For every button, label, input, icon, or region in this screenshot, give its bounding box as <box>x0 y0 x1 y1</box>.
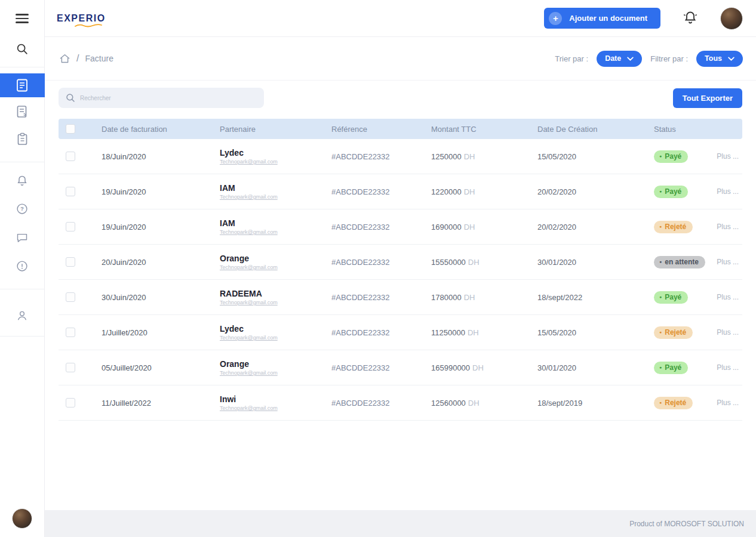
page-footer: Product of MOROSOFT SOLUTION <box>45 510 756 537</box>
partner-name: IAM <box>220 183 331 193</box>
amount-currency: DH <box>468 399 480 408</box>
invoice-reference: #ABCDDE22332 <box>331 293 431 302</box>
sidebar-item-clipboard[interactable] <box>0 127 45 151</box>
column-header-status[interactable]: Status <box>654 125 717 134</box>
row-more-button[interactable]: Plus ... <box>717 187 742 196</box>
amount-value: 1250000 <box>431 152 462 161</box>
partner-email[interactable]: Technopark@gmail.com <box>220 229 331 235</box>
partner-email[interactable]: Technopark@gmail.com <box>220 335 331 341</box>
column-header-partner[interactable]: Partenaire <box>220 125 331 134</box>
sidebar-divider <box>0 289 44 289</box>
table-toolbar: Tout Exporter <box>59 88 742 108</box>
hamburger-menu-icon[interactable] <box>16 8 29 29</box>
invoice-reference: #ABCDDE22332 <box>331 363 431 372</box>
invoice-reference: #ABCDDE22332 <box>331 223 431 232</box>
add-document-button[interactable]: + Ajouter un document <box>544 8 660 29</box>
invoice-date: 05/Juillet/2020 <box>102 363 220 372</box>
partner-email[interactable]: Technopark@gmail.com <box>220 370 331 376</box>
creation-date: 30/01/2020 <box>537 363 654 372</box>
export-all-button[interactable]: Tout Exporter <box>673 88 742 108</box>
row-checkbox[interactable] <box>66 187 75 196</box>
partner-email[interactable]: Technopark@gmail.com <box>220 264 331 270</box>
partner-name: Lydec <box>220 148 331 158</box>
user-icon <box>16 310 28 322</box>
sidebar-divider <box>0 336 44 337</box>
filter-dropdown[interactable]: Tous <box>696 51 743 67</box>
partner-email[interactable]: Technopark@gmail.com <box>220 300 331 305</box>
column-header-created[interactable]: Date De Création <box>537 125 654 134</box>
sidebar-item-help[interactable]: ? <box>0 197 45 221</box>
amount-value: 11250000 <box>431 328 465 337</box>
status-badge: Rejeté <box>654 397 693 409</box>
column-header-amount[interactable]: Montant TTC <box>431 125 537 134</box>
column-header-reference[interactable]: Référence <box>331 125 431 134</box>
creation-date: 20/02/2020 <box>537 223 654 232</box>
row-checkbox[interactable] <box>66 328 75 337</box>
sidebar-item-invoices-active[interactable] <box>0 73 45 97</box>
select-all-checkbox[interactable] <box>66 124 75 134</box>
sidebar-divider <box>0 162 44 162</box>
status-badge: Rejeté <box>654 221 693 233</box>
creation-date: 18/sept/2019 <box>537 399 654 408</box>
status-badge: Payé <box>654 186 688 198</box>
invoice-date: 18/Juin/2020 <box>102 152 220 161</box>
sidebar-item-profile[interactable] <box>0 304 45 328</box>
notifications-button[interactable] <box>683 10 697 26</box>
amount-value: 12560000 <box>431 399 466 408</box>
sidebar-item-documents[interactable] <box>0 100 45 124</box>
breadcrumb-page[interactable]: Facture <box>85 54 113 63</box>
amount-value: 1220000 <box>431 187 462 196</box>
invoice-date: 30/Juin/2020 <box>102 293 220 302</box>
search-input[interactable] <box>59 88 264 108</box>
user-avatar[interactable] <box>720 7 743 30</box>
partner-name: Lydec <box>220 324 331 334</box>
partner-name: IAM <box>220 218 331 228</box>
row-more-button[interactable]: Plus ... <box>717 223 742 231</box>
table-row: 18/Juin/2020 LydecTechnopark@gmail.com #… <box>59 139 742 174</box>
row-more-button[interactable]: Plus ... <box>717 328 742 337</box>
home-icon[interactable] <box>59 53 70 64</box>
row-checkbox[interactable] <box>66 398 75 408</box>
invoice-reference: #ABCDDE22332 <box>331 187 431 196</box>
search-icon <box>65 92 76 103</box>
sidebar-item-messages[interactable] <box>0 226 45 249</box>
sidebar-search-icon[interactable] <box>0 37 45 61</box>
plus-icon: + <box>549 12 562 25</box>
row-more-button[interactable]: Plus ... <box>717 293 742 301</box>
status-badge: Payé <box>654 362 688 374</box>
amount-value: 15550000 <box>431 258 466 267</box>
partner-email[interactable]: Technopark@gmail.com <box>220 159 331 165</box>
row-checkbox[interactable] <box>66 152 75 161</box>
sort-dropdown[interactable]: Date <box>597 51 642 67</box>
creation-date: 20/02/2020 <box>537 187 654 196</box>
row-checkbox[interactable] <box>66 257 75 267</box>
row-more-button[interactable]: Plus ... <box>717 399 742 407</box>
topbar: EXPERIO + Ajouter un document <box>45 0 756 37</box>
breadcrumb: / Facture <box>59 53 113 64</box>
amount-currency: DH <box>472 363 484 372</box>
amount-currency: DH <box>464 223 475 232</box>
row-checkbox[interactable] <box>66 222 75 232</box>
add-document-label: Ajouter un document <box>569 14 647 23</box>
table-row: 19/Juin/2020 IAMTechnopark@gmail.com #AB… <box>59 174 742 209</box>
sidebar-item-notifications[interactable] <box>0 168 45 192</box>
app-logo: EXPERIO <box>57 13 106 24</box>
invoice-reference: #ABCDDE22332 <box>331 399 431 408</box>
table-header-row: Date de facturation Partenaire Référence… <box>59 119 742 139</box>
partner-email[interactable]: Technopark@gmail.com <box>220 194 331 200</box>
table-row: 1/Juillet/2020 LydecTechnopark@gmail.com… <box>59 315 742 350</box>
row-more-button[interactable]: Plus ... <box>717 258 742 266</box>
chevron-down-icon <box>627 57 634 61</box>
row-more-button[interactable]: Plus ... <box>717 152 742 161</box>
partner-email[interactable]: Technopark@gmail.com <box>220 405 331 411</box>
sidebar-avatar[interactable] <box>12 508 32 529</box>
app-window: ? EXPERIO + Ajouter un documen <box>0 0 756 537</box>
status-badge: Payé <box>654 150 688 163</box>
invoice-date: 20/Juin/2020 <box>102 258 220 267</box>
status-badge: Rejeté <box>654 326 693 339</box>
row-checkbox[interactable] <box>66 363 75 372</box>
row-more-button[interactable]: Plus ... <box>717 363 742 372</box>
sidebar-item-info[interactable] <box>0 254 45 278</box>
column-header-date[interactable]: Date de facturation <box>102 125 220 134</box>
row-checkbox[interactable] <box>66 292 75 302</box>
